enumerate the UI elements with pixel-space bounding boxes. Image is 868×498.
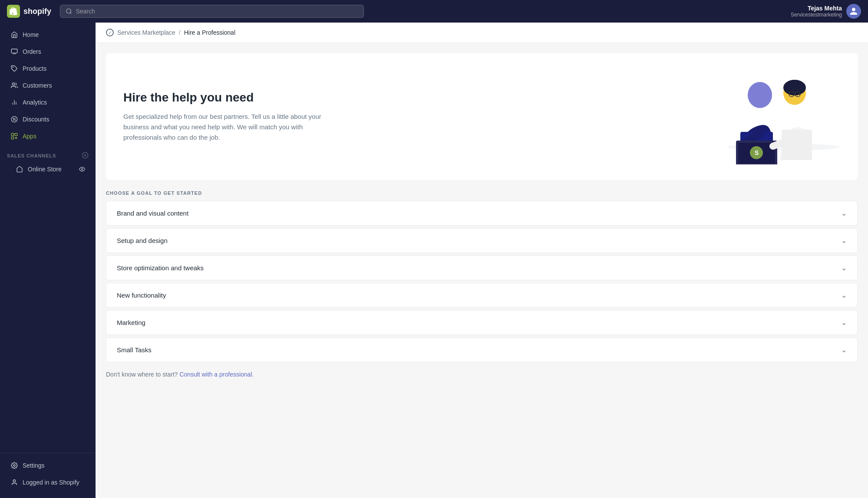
sidebar-item-analytics[interactable]: Analytics bbox=[3, 94, 92, 111]
hero-illustration: S bbox=[693, 69, 840, 164]
user-section: Tejas Mehta Servicestestmarketing bbox=[791, 4, 861, 19]
svg-point-9 bbox=[13, 118, 13, 118]
svg-point-18 bbox=[13, 465, 15, 466]
svg-point-10 bbox=[15, 120, 15, 120]
svg-point-17 bbox=[81, 168, 83, 170]
svg-point-0 bbox=[66, 9, 71, 13]
accordion-functionality-label: New functionality bbox=[117, 292, 166, 299]
sidebar-item-label: Apps bbox=[23, 133, 36, 140]
sidebar-item-home[interactable]: Home bbox=[3, 26, 92, 43]
top-nav: shopify Tejas Mehta Servicestestmarketin… bbox=[0, 0, 868, 23]
page-body: Hire the help you need Get specialized h… bbox=[96, 43, 868, 388]
sales-channels-label: SALES CHANNELS bbox=[7, 153, 56, 158]
sidebar-item-orders[interactable]: Orders bbox=[3, 43, 92, 60]
svg-point-21 bbox=[748, 82, 772, 108]
main-content: ✓ Services Marketplace / Hire a Professi… bbox=[96, 23, 868, 498]
svg-point-2 bbox=[13, 67, 13, 67]
sidebar-item-label: Settings bbox=[23, 462, 45, 469]
add-sales-channel-icon[interactable] bbox=[82, 152, 89, 160]
sidebar-item-online-store[interactable]: Online Store bbox=[3, 162, 92, 177]
user-name: Tejas Mehta bbox=[791, 5, 842, 12]
breadcrumb: ✓ Services Marketplace / Hire a Professi… bbox=[96, 23, 868, 43]
breadcrumb-current: Hire a Professional bbox=[184, 29, 235, 36]
hero-description: Get specialized help from our best partn… bbox=[123, 111, 340, 143]
analytics-icon bbox=[10, 98, 18, 106]
sidebar-item-products[interactable]: Products bbox=[3, 60, 92, 77]
apps-icon bbox=[10, 132, 18, 140]
discounts-icon bbox=[10, 115, 18, 123]
sales-channels-section: SALES CHANNELS bbox=[0, 145, 96, 161]
breadcrumb-marketplace-link[interactable]: Services Marketplace bbox=[117, 29, 175, 36]
footer-note: Don't know where to start? Consult with … bbox=[106, 371, 858, 378]
footer-prompt-text: Don't know where to start? bbox=[106, 371, 178, 378]
logo-text: shopify bbox=[23, 7, 51, 16]
chevron-down-icon: ⌄ bbox=[841, 318, 847, 327]
chevron-down-icon: ⌄ bbox=[841, 209, 847, 217]
accordion-small-tasks: Small Tasks ⌄ bbox=[106, 337, 858, 362]
home-icon bbox=[10, 31, 18, 39]
sidebar-item-label: Customers bbox=[23, 82, 52, 89]
customers-icon bbox=[10, 82, 18, 89]
svg-point-19 bbox=[13, 480, 15, 482]
online-store-label: Online Store bbox=[28, 166, 62, 173]
accordion-functionality: New functionality ⌄ bbox=[106, 283, 858, 308]
user-circle-icon bbox=[10, 478, 18, 486]
services-marketplace-icon: ✓ bbox=[106, 29, 114, 36]
chevron-down-icon: ⌄ bbox=[841, 264, 847, 272]
sidebar-item-label: Orders bbox=[23, 48, 41, 55]
accordion-brand-label: Brand and visual content bbox=[117, 210, 188, 217]
sidebar-item-logged-in: Logged in as Shopify bbox=[3, 474, 92, 491]
accordion-small-tasks-label: Small Tasks bbox=[117, 346, 152, 354]
sidebar-item-label: Discounts bbox=[23, 116, 49, 123]
chevron-down-icon: ⌄ bbox=[841, 236, 847, 245]
accordion-setup: Setup and design ⌄ bbox=[106, 228, 858, 253]
accordion-brand: Brand and visual content ⌄ bbox=[106, 201, 858, 226]
svg-rect-12 bbox=[15, 133, 17, 135]
svg-rect-1 bbox=[11, 49, 17, 53]
accordion-small-tasks-header[interactable]: Small Tasks ⌄ bbox=[106, 338, 857, 362]
search-icon bbox=[66, 8, 72, 15]
eye-icon bbox=[79, 166, 85, 172]
accordion-brand-header[interactable]: Brand and visual content ⌄ bbox=[106, 201, 857, 225]
goal-section-label: CHOOSE A GOAL TO GET STARTED bbox=[106, 190, 858, 196]
chevron-down-icon: ⌄ bbox=[841, 291, 847, 299]
search-bar[interactable] bbox=[60, 5, 364, 18]
products-icon bbox=[10, 65, 18, 72]
hero-text: Hire the help you need Get specialized h… bbox=[123, 91, 340, 143]
online-store-icon bbox=[16, 165, 23, 173]
accordion-marketing: Marketing ⌄ bbox=[106, 310, 858, 335]
accordion-optimization: Store optimization and tweaks ⌄ bbox=[106, 256, 858, 280]
logged-in-label: Logged in as Shopify bbox=[23, 479, 79, 486]
accordion-optimization-label: Store optimization and tweaks bbox=[117, 264, 204, 272]
accordion-setup-label: Setup and design bbox=[117, 237, 168, 244]
accordion-functionality-header[interactable]: New functionality ⌄ bbox=[106, 283, 857, 307]
hero-title: Hire the help you need bbox=[123, 91, 340, 105]
sidebar-item-label: Analytics bbox=[23, 99, 47, 106]
logo[interactable]: shopify bbox=[7, 5, 51, 18]
accordion-setup-header[interactable]: Setup and design ⌄ bbox=[106, 229, 857, 252]
hero-section: Hire the help you need Get specialized h… bbox=[106, 53, 858, 180]
svg-rect-11 bbox=[11, 133, 13, 135]
settings-icon bbox=[10, 462, 18, 469]
svg-rect-13 bbox=[11, 137, 13, 139]
consult-link[interactable]: Consult with a professional. bbox=[179, 371, 254, 378]
sidebar-item-customers[interactable]: Customers bbox=[3, 77, 92, 94]
sidebar-item-settings[interactable]: Settings bbox=[3, 457, 92, 474]
svg-point-3 bbox=[12, 83, 14, 85]
goal-section: CHOOSE A GOAL TO GET STARTED Brand and v… bbox=[106, 190, 858, 378]
user-info: Tejas Mehta Servicestestmarketing bbox=[791, 5, 842, 18]
search-input[interactable] bbox=[76, 8, 358, 15]
svg-text:S: S bbox=[755, 149, 759, 156]
sidebar-bottom: Settings Logged in as Shopify bbox=[0, 453, 96, 498]
user-store: Servicestestmarketing bbox=[791, 12, 842, 18]
sidebar-item-label: Home bbox=[23, 31, 39, 38]
accordion-marketing-header[interactable]: Marketing ⌄ bbox=[106, 311, 857, 334]
sidebar-nav: Home Orders Products bbox=[0, 23, 96, 453]
accordion-optimization-header[interactable]: Store optimization and tweaks ⌄ bbox=[106, 256, 857, 280]
breadcrumb-separator: / bbox=[179, 29, 181, 36]
sidebar: Home Orders Products bbox=[0, 23, 96, 498]
sidebar-item-discounts[interactable]: Discounts bbox=[3, 111, 92, 128]
orders-icon bbox=[10, 48, 18, 56]
sidebar-item-apps[interactable]: Apps bbox=[3, 128, 92, 144]
avatar[interactable] bbox=[846, 4, 861, 19]
